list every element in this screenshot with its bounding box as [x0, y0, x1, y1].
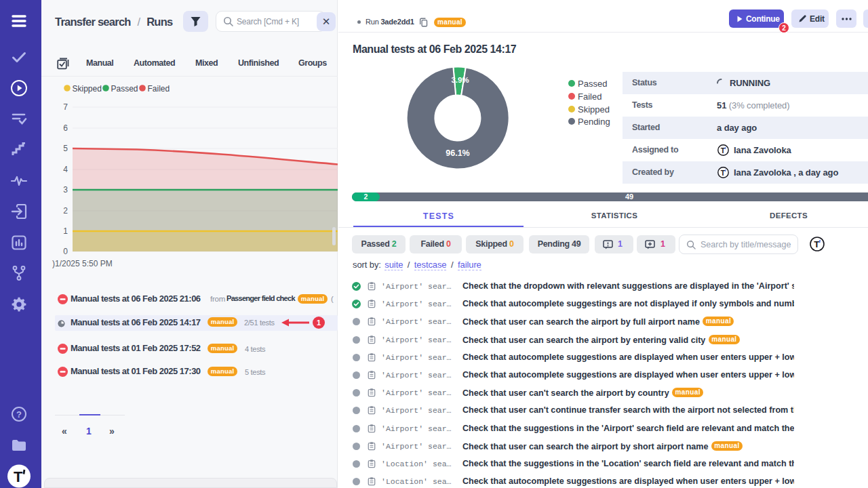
- svg-text:6: 6: [63, 123, 68, 133]
- svg-text:Passed: Passed: [111, 84, 138, 94]
- svg-text:3: 3: [63, 185, 68, 195]
- svg-text:3.9%: 3.9%: [451, 76, 469, 84]
- svg-text:7: 7: [63, 102, 68, 112]
- svg-text:)1/2025 5:50 PM: )1/2025 5:50 PM: [52, 259, 113, 268]
- svg-text:Skipped: Skipped: [73, 84, 102, 94]
- svg-text:T: T: [814, 239, 820, 249]
- svg-text:T: T: [14, 468, 23, 485]
- svg-text:T: T: [721, 169, 726, 177]
- svg-text:5: 5: [63, 144, 68, 153]
- svg-text:4: 4: [63, 165, 68, 174]
- svg-text:T: T: [721, 146, 726, 155]
- svg-text:0: 0: [63, 247, 68, 256]
- svg-text:Failed: Failed: [148, 84, 170, 94]
- svg-text:96.1%: 96.1%: [446, 148, 469, 158]
- svg-text:1: 1: [63, 226, 68, 236]
- svg-text:?: ?: [16, 409, 22, 420]
- svg-text:2: 2: [63, 206, 68, 216]
